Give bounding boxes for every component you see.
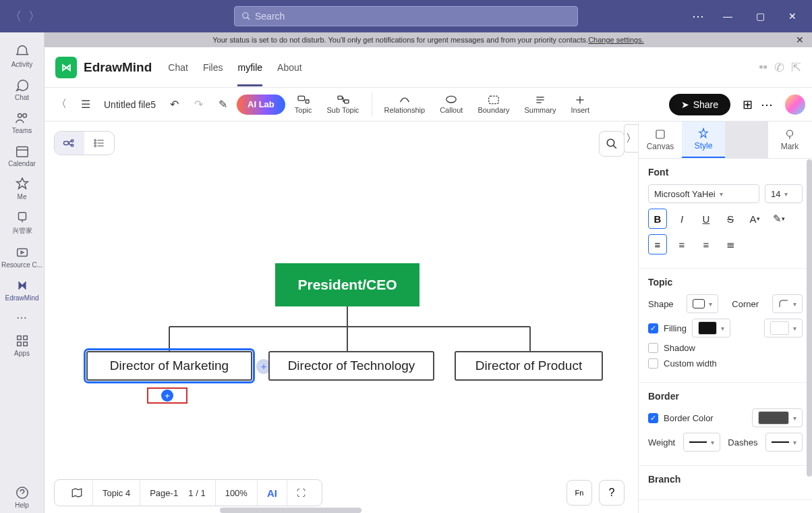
border-color-select[interactable]: ▾ — [752, 408, 803, 427]
align-left-button[interactable]: ≡ — [648, 234, 667, 254]
text-color-button[interactable]: A▾ — [745, 209, 764, 229]
rail-help[interactable]: Help — [0, 481, 44, 513]
nav-forward-icon[interactable]: 〉 — [28, 8, 40, 24]
more-icon[interactable]: ⋯ — [692, 9, 705, 24]
tab-chat[interactable]: Chat — [168, 49, 188, 86]
notification-link[interactable]: Change settings. — [588, 36, 644, 44]
subtopic-button[interactable]: Sub Topic — [321, 94, 364, 114]
strike-button[interactable]: S — [721, 209, 740, 229]
redo-icon[interactable]: ↷ — [188, 94, 208, 115]
dashes-select[interactable]: ▾ — [765, 433, 803, 452]
canvas-search-icon[interactable] — [599, 131, 625, 157]
filename[interactable]: Untitled file5 — [100, 99, 160, 110]
rail-more[interactable]: ⋯ — [0, 307, 44, 328]
window-maximize[interactable]: ▢ — [750, 11, 770, 22]
video-icon[interactable]: ▪▪ — [759, 60, 767, 75]
tab-about[interactable]: About — [277, 49, 302, 86]
rail-calendar[interactable]: Calendar — [0, 140, 44, 171]
node-root[interactable]: President/CEO — [275, 263, 419, 306]
ai-lab-button[interactable]: AI Lab — [237, 94, 285, 115]
rail-activity[interactable]: Activity — [0, 40, 44, 72]
tab-files[interactable]: Files — [203, 49, 223, 86]
panel-scrollbar[interactable] — [807, 159, 812, 477]
insert-button[interactable]: Insert — [566, 94, 596, 114]
shape-select[interactable]: ▾ — [687, 294, 718, 313]
user-avatar[interactable] — [785, 94, 805, 115]
underline-button[interactable]: U — [697, 209, 716, 229]
highlight-button[interactable]: ✎▾ — [770, 209, 788, 229]
font-section: Font Microsoft YaHei▾ 14▾ B I U S A▾ ✎▾ — [639, 159, 812, 269]
summary-button[interactable]: Summary — [519, 94, 561, 114]
boundary-button[interactable]: Boundary — [472, 94, 515, 114]
search-icon — [241, 11, 251, 21]
node-child-0[interactable]: Director of Marketing — [86, 351, 252, 381]
mindmap-view-icon[interactable] — [55, 132, 84, 155]
panel-tab-mark[interactable]: Mark — [768, 122, 811, 158]
bold-button[interactable]: B — [648, 209, 667, 229]
fn-icon[interactable]: Fn — [567, 480, 592, 506]
custom-width-checkbox[interactable] — [648, 358, 658, 369]
rail-teams[interactable]: Teams — [0, 107, 44, 138]
add-below-icon[interactable]: + — [161, 389, 173, 402]
rail-chat[interactable]: Chat — [0, 74, 44, 105]
panel-collapse-icon[interactable]: 〉 — [624, 124, 638, 153]
page-indicator[interactable]: Page-1 1 / 1 — [140, 480, 214, 506]
fullscreen-icon[interactable]: ⛶ — [287, 480, 315, 506]
rail-edrawmind[interactable]: EdrawMind — [0, 274, 44, 306]
call-icon[interactable]: ✆ — [774, 60, 784, 75]
panel-tab-style[interactable]: Style — [682, 122, 725, 158]
relationship-button[interactable]: Relationship — [379, 94, 431, 114]
topic-button[interactable]: Topic — [289, 94, 318, 114]
add-below-highlight[interactable]: + — [147, 387, 187, 404]
zoom-level[interactable]: 100% — [215, 480, 257, 506]
svg-rect-10 — [17, 336, 21, 340]
align-center-button[interactable]: ≡ — [672, 234, 691, 254]
share-button[interactable]: ➤ Share — [669, 94, 730, 115]
canvas[interactable]: 〉 President/CEO Director of Marketing + … — [45, 122, 638, 513]
help-icon[interactable]: ? — [599, 480, 625, 506]
align-justify-button[interactable]: ≣ — [721, 234, 740, 254]
back-icon[interactable]: 〈 — [51, 94, 71, 115]
italic-button[interactable]: I — [672, 209, 691, 229]
filling-checkbox[interactable]: ✓ — [648, 323, 658, 333]
more-toolbar-icon[interactable]: ⋯ — [761, 97, 774, 112]
popout-icon[interactable]: ⇱ — [791, 60, 801, 75]
align-right-button[interactable]: ≡ — [697, 234, 716, 254]
menu-icon[interactable]: ☰ — [76, 94, 96, 115]
map-icon[interactable] — [61, 480, 92, 506]
svg-point-14 — [16, 487, 28, 499]
fill-color-select[interactable]: ▾ — [692, 319, 730, 338]
window-close[interactable]: ✕ — [782, 11, 803, 22]
border-color-checkbox[interactable]: ✓ — [648, 413, 658, 423]
horizontal-scrollbar[interactable] — [220, 508, 361, 513]
node-child-2[interactable]: Director of Product — [455, 351, 603, 381]
fill-secondary-select[interactable]: ▾ — [764, 319, 803, 338]
outline-view-icon[interactable] — [84, 132, 114, 155]
tab-myfile[interactable]: myfile — [237, 49, 262, 86]
rail-me[interactable]: Me — [0, 173, 44, 205]
svg-point-37 — [607, 139, 614, 146]
font-family-select[interactable]: Microsoft YaHei▾ — [648, 184, 759, 203]
rail-apps[interactable]: Apps — [0, 329, 44, 361]
undo-icon[interactable]: ↶ — [164, 94, 184, 115]
notification-close-icon[interactable]: ✕ — [796, 34, 804, 45]
grid-view-icon[interactable]: ⊞ — [743, 97, 753, 112]
rail-resource[interactable]: Resource C... — [0, 241, 44, 273]
shadow-checkbox[interactable] — [648, 343, 658, 353]
nav-back-icon[interactable]: 〈 — [9, 8, 22, 24]
corner-select[interactable]: ▾ — [772, 294, 803, 313]
window-minimize[interactable]: — — [718, 11, 738, 22]
rail-xingguanjia[interactable]: 兴管家 — [0, 206, 44, 240]
connector-lines — [88, 306, 574, 354]
brush-icon[interactable]: ✎ — [212, 94, 233, 115]
callout-button[interactable]: Callout — [434, 94, 468, 114]
ai-button[interactable]: AI — [257, 480, 287, 506]
node-child-1[interactable]: Director of Technology — [268, 351, 434, 381]
svg-point-29 — [71, 140, 74, 142]
global-search[interactable]: Search — [234, 6, 578, 26]
current-topic[interactable]: Topic 4 — [92, 480, 140, 506]
font-size-select[interactable]: 14▾ — [765, 184, 803, 203]
panel-tab-canvas[interactable]: Canvas — [639, 122, 682, 158]
weight-select[interactable]: ▾ — [683, 433, 720, 452]
topic-section: Topic Shape ▾ Corner ▾ ✓ Filling ▾ ▾ Sha… — [639, 269, 812, 383]
